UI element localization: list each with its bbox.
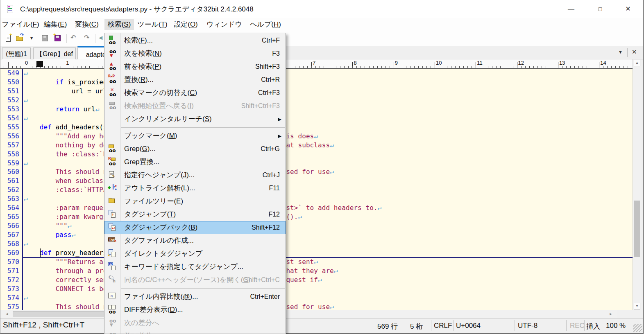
open-file-dropdown[interactable]: ▼: [29, 34, 39, 43]
menubar-item-3[interactable]: 変換(C): [71, 19, 103, 30]
menu-item-22[interactable]: ≋ファイル内容比較(@)...Ctrl+Enter: [104, 290, 286, 303]
eol-mark-icon: ↵: [24, 240, 28, 248]
eol-mark-icon: ↵: [330, 303, 334, 310]
tab-close-button[interactable]: ✕: [632, 48, 637, 56]
menu-item-24[interactable]: oo▼次の差分へ: [104, 316, 286, 329]
resize-grip[interactable]: [633, 324, 642, 332]
menu-item-2[interactable]: oo▼次を検索(N)F3: [104, 47, 286, 60]
submenu-arrow-icon: ▶: [278, 129, 281, 142]
statusbar-insert-mode[interactable]: 挿入: [586, 322, 600, 331]
tab-list-dropdown[interactable]: ▼: [618, 50, 623, 54]
direct-tag-jump-icon: ✦: [107, 249, 117, 259]
code-line-552: 552↵: [0, 96, 633, 105]
jump-to-line-icon-part: ✎: [112, 174, 115, 178]
code-text: ↵: [24, 194, 28, 203]
scroll-up-button[interactable]: ▲: [634, 60, 640, 66]
maximize-button[interactable]: □: [587, 0, 613, 18]
menubar-item-4[interactable]: 検索(S): [104, 19, 134, 30]
eol-mark-icon: ↵: [24, 96, 28, 104]
ruler-number-8: 8: [354, 60, 356, 66]
menu-item-18[interactable]: ✦ダイレクトタグジャンプ: [104, 247, 286, 260]
eol-mark-icon: ↵: [318, 276, 322, 284]
code-editor[interactable]: 549↵550 if is_proxied_http_request and n…: [0, 69, 633, 310]
code-line-558: 558 the :class:`HTTPAdapter <requests.ad…: [0, 150, 633, 159]
menubar-item-8[interactable]: ヘルプ(H): [248, 19, 283, 30]
menu-item-label: 検索マークの切替え(C): [124, 86, 197, 99]
horizontal-scrollbar[interactable]: ◄ ►: [0, 310, 617, 318]
direct-tag-jump-icon-part: [111, 252, 116, 257]
menu-item-6[interactable]: oo検索開始位置へ戻る(I)Shift+Ctrl+F3: [104, 99, 286, 113]
menu-item-12[interactable]: ≡✎指定行ヘジャンプ(J)...Ctrl+J: [104, 169, 286, 182]
code-line-557: 557 nothing by default, but is left for …: [0, 141, 633, 150]
menu-item-15[interactable]: tタグジャンプ(T)F12: [104, 208, 286, 221]
menu-item-5[interactable]: ✕oo検索マークの切替え(C)Ctrl+F3: [104, 86, 286, 99]
menubar-item-7[interactable]: ウィンドウ(W): [202, 19, 246, 30]
tab-1[interactable]: (無題)1: [2, 47, 31, 59]
scrollbar-corner: [617, 310, 644, 318]
status-bar: Shift+F12 , Shift+Ctrl+T 569 行 5 桁 CRLF …: [0, 318, 643, 333]
menu-item-shortcut: Shift+Ctrl+C: [244, 273, 280, 287]
menu-item-25[interactable]: oo▲前の差分へ: [104, 329, 286, 334]
menu-item-shortcut: Ctrl+J: [263, 169, 280, 182]
menu-item-shortcut: Ctrl+Enter: [250, 290, 280, 303]
line-number: 562: [0, 185, 19, 194]
grep-replace-icon: Roo: [107, 157, 117, 167]
tab-bar: adapters.py【Grep】def(無題)1 ▼ ✕: [0, 46, 643, 59]
window-icon-part: [8, 6, 10, 7]
menubar-item-6[interactable]: 設定(O): [170, 19, 202, 30]
new-file-button[interactable]: ≡✦: [4, 34, 14, 43]
menu-item-3[interactable]: ▲oo前を検索(P)Shift+F3: [104, 60, 286, 73]
statusbar-encoding[interactable]: UTF-8: [518, 322, 537, 330]
menu-item-17[interactable]: TAGᴿタグファイルの作成...: [104, 234, 286, 247]
statusbar-eol-type[interactable]: CRLF: [434, 322, 452, 330]
keyword-tag-jump-icon-part: [111, 266, 116, 270]
grep-icon: oo: [107, 144, 117, 154]
save-all-button[interactable]: ✦: [53, 34, 63, 43]
undo-button[interactable]: ↶: [69, 34, 79, 43]
menubar-item-2[interactable]: 編集(E): [40, 19, 71, 30]
scroll-right-button[interactable]: ►: [608, 311, 614, 317]
statusbar-zoom[interactable]: 100 %: [606, 322, 626, 330]
save-button[interactable]: [40, 34, 50, 43]
menu-item-4[interactable]: R▸Poo置換(R)...Ctrl+R: [104, 73, 286, 86]
menu-item-9[interactable]: ブックマーク(M)▶: [104, 129, 286, 142]
menu-item-14[interactable]: ファイルツリー(E): [104, 195, 286, 208]
menu-item-19[interactable]: fnキーワードを指定してタグジャンプ...: [104, 260, 286, 273]
open-file-button[interactable]: ↷: [15, 34, 25, 43]
menu-item-label: 置換(R)...: [124, 73, 154, 86]
code-line-566: 566 """↵: [0, 221, 633, 230]
scroll-down-button[interactable]: ▼: [634, 303, 640, 309]
close-button[interactable]: ✕: [615, 0, 641, 18]
line-number: 556: [0, 132, 19, 141]
ruler-number-11: 11: [477, 60, 483, 66]
redo-button[interactable]: ↷: [83, 34, 93, 43]
menu-item-7[interactable]: インクリメンタルサーチ(S)▶: [104, 113, 286, 126]
menu-item-shortcut: F11: [269, 182, 280, 195]
line-number: 567: [0, 230, 19, 239]
toolbar-separator: [66, 34, 67, 43]
find-next-icon: oo▼: [107, 49, 117, 59]
menu-item-1[interactable]: oo検索(F)...Ctrl+F: [104, 34, 286, 47]
vertical-scrollbar-thumb[interactable]: [634, 201, 640, 257]
menu-item-13[interactable]: ◆╠∙∙アウトライン解析(L)...F11: [104, 182, 286, 195]
tab-2[interactable]: 【Grep】def: [33, 47, 76, 59]
line-number: 553: [0, 105, 19, 114]
statusbar-divider: [431, 320, 431, 331]
scroll-left-button[interactable]: ◄: [4, 311, 10, 317]
eol-mark-icon: ↵: [314, 132, 318, 140]
vertical-scrollbar[interactable]: ▲ ▼: [633, 59, 641, 310]
menu-item-20[interactable]: C⤸h同名のC/C++ヘッダー(ソース)を開く(C)Shift+Ctrl+C: [104, 273, 286, 287]
menubar-item-1[interactable]: ファイル(F): [1, 19, 40, 30]
next-diff-icon-part: ▼: [110, 323, 113, 327]
code-text: ↵: [24, 114, 28, 123]
code-line-561: 561 when subclassing the↵: [0, 176, 633, 185]
menu-item-16[interactable]: ↩タグジャンプバック(B)Shift+F12: [104, 221, 286, 234]
code-line-568: 568↵: [0, 239, 633, 248]
code-line-556: 556 """Add any headers needed by the con…: [0, 132, 633, 141]
menu-item-23[interactable]: ooDIFF差分表示(D)...: [104, 303, 286, 316]
menu-item-11[interactable]: RooGrep置換...: [104, 156, 286, 169]
menu-item-10[interactable]: ooGrep(G)...Ctrl+G: [104, 142, 286, 156]
menubar-item-5[interactable]: ツール(T): [136, 19, 168, 30]
minimize-button[interactable]: —: [558, 0, 584, 18]
toggle-search-mark-icon-part: oo: [109, 92, 116, 97]
